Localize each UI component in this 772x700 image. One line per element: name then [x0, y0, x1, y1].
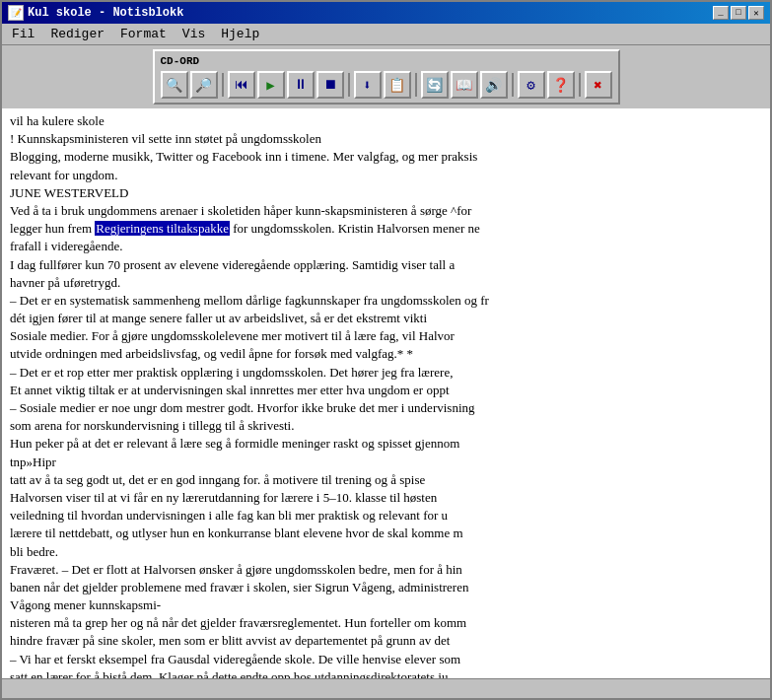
- close-button[interactable]: ✕: [748, 6, 764, 20]
- window-title: Kul skole - Notisblokk: [28, 6, 183, 20]
- title-bar-buttons: _ □ ✕: [713, 6, 764, 20]
- tb-copy-btn[interactable]: 📋: [384, 71, 411, 99]
- menu-rediger[interactable]: Rediger: [42, 25, 112, 43]
- status-bar: [2, 678, 770, 698]
- menu-bar: Fil Rediger Format Vis Hjelp: [2, 24, 770, 45]
- maximize-button[interactable]: □: [731, 6, 746, 20]
- tb-sep-5: [579, 73, 581, 97]
- tb-pause-btn[interactable]: ⏸: [287, 71, 315, 99]
- tb-zoom-btn[interactable]: 🔎: [190, 71, 218, 99]
- menu-vis[interactable]: Vis: [175, 25, 213, 43]
- regjeringen-link[interactable]: Regjeringens tiltakspakke: [95, 221, 230, 236]
- tb-sep-1: [222, 73, 224, 97]
- main-window: 📝 Kul skole - Notisblokk _ □ ✕ Fil Redig…: [0, 0, 772, 700]
- tb-refresh-btn[interactable]: 🔄: [421, 71, 449, 99]
- menu-format[interactable]: Format: [112, 25, 175, 43]
- menu-hjelp[interactable]: Hjelp: [213, 25, 267, 43]
- minimize-button[interactable]: _: [713, 6, 729, 20]
- title-bar-left: 📝 Kul skole - Notisblokk: [8, 5, 183, 21]
- tb-help-btn[interactable]: ❓: [547, 71, 575, 99]
- tb-play-btn[interactable]: ▶: [257, 71, 285, 99]
- toolbar-container: CD-ORD 🔍 🔎 ⏮ ▶ ⏸ ⏹ ⬇ 📋 🔄 📖 🔊 ⚙ ❓: [2, 45, 770, 108]
- tb-search-btn[interactable]: 🔍: [161, 71, 188, 99]
- toolbar-title: CD-ORD: [161, 55, 612, 67]
- tb-close-btn[interactable]: ✖: [585, 71, 612, 99]
- tb-settings-btn[interactable]: ⚙: [518, 71, 545, 99]
- app-icon: 📝: [8, 5, 24, 21]
- tb-sep-2: [348, 73, 350, 97]
- tb-sep-4: [512, 73, 514, 97]
- toolbar-buttons: 🔍 🔎 ⏮ ▶ ⏸ ⏹ ⬇ 📋 🔄 📖 🔊 ⚙ ❓ ✖: [161, 71, 612, 99]
- text-content[interactable]: vil ha kulere skole ! Kunnskapsministere…: [2, 108, 770, 678]
- title-bar: 📝 Kul skole - Notisblokk _ □ ✕: [2, 2, 770, 24]
- tb-stop-btn[interactable]: ⏹: [316, 71, 344, 99]
- tb-speak-btn[interactable]: 🔊: [480, 71, 508, 99]
- tb-dict-btn[interactable]: 📖: [451, 71, 478, 99]
- menu-fil[interactable]: Fil: [4, 25, 42, 43]
- tb-prev-btn[interactable]: ⏮: [228, 71, 255, 99]
- tb-sep-3: [415, 73, 417, 97]
- cdord-toolbar: CD-ORD 🔍 🔎 ⏮ ▶ ⏸ ⏹ ⬇ 📋 🔄 📖 🔊 ⚙ ❓: [153, 49, 620, 105]
- tb-down-btn[interactable]: ⬇: [354, 71, 382, 99]
